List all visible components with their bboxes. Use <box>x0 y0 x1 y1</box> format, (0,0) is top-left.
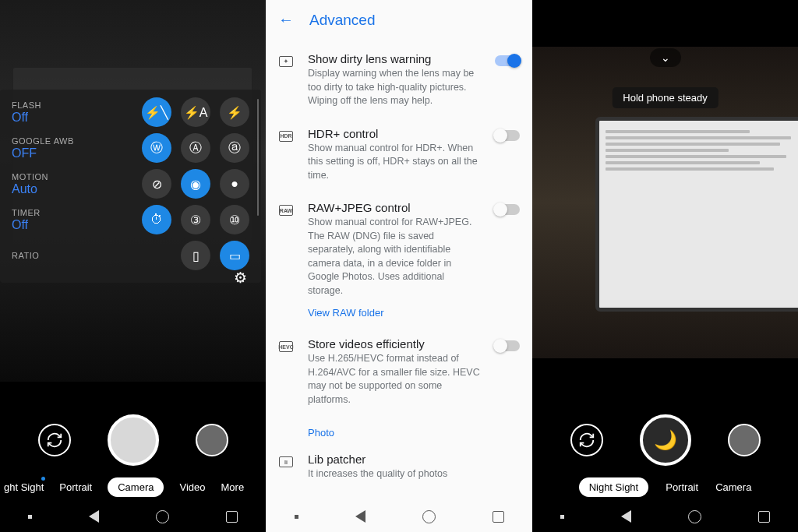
nav-home-icon[interactable] <box>688 510 701 523</box>
steady-hint: Hold phone steady <box>612 87 718 108</box>
nav-indicator <box>295 515 298 519</box>
setting-title: RAW+JPEG control <box>308 201 481 214</box>
mode-indicator-dot <box>41 477 45 481</box>
setting-icon: li <box>278 454 294 470</box>
navigation-bar <box>0 501 266 532</box>
setting-value: Auto <box>12 182 86 196</box>
nav-recents-icon[interactable] <box>226 511 238 523</box>
motion-on-button[interactable]: ● <box>220 169 249 199</box>
mode-selector[interactable]: ght SightPortraitCameraVideoMore <box>0 477 266 497</box>
setting-row-timer: TIMEROff⏱③⑩ <box>12 205 249 234</box>
setting-description: Use H.265/HEVC format instead of H.264/A… <box>308 352 481 407</box>
setting-description: It increases the quality of photos <box>308 467 520 481</box>
mode-selector[interactable]: Night SightPortraitCamera <box>532 477 798 497</box>
nav-recents-icon[interactable] <box>493 511 504 523</box>
expand-chevron-icon[interactable]: ⌄ <box>650 48 681 67</box>
setting-icon: ✦ <box>278 54 294 69</box>
nav-back-icon[interactable] <box>355 510 365 523</box>
flash-on-button[interactable]: ⚡ <box>220 97 249 127</box>
setting-description: Display warning when the lens may be too… <box>308 67 481 108</box>
viewfinder-laptop <box>595 117 798 312</box>
nav-indicator <box>28 515 32 519</box>
shutter-button[interactable] <box>108 414 159 466</box>
setting-label: FLASH <box>12 100 86 110</box>
setting-icon: HEVC <box>278 339 294 354</box>
setting-label: RATIO <box>12 251 86 260</box>
back-arrow-icon[interactable]: ← <box>278 11 294 29</box>
setting-value: Off <box>12 218 86 232</box>
toggle-switch[interactable] <box>495 55 520 66</box>
setting-item[interactable]: ✦ Show dirty lens warning Display warnin… <box>266 43 532 118</box>
setting-row-motion: MOTIONAuto⊘◉● <box>12 169 249 199</box>
timer-10-button[interactable]: ⑩ <box>220 205 249 234</box>
mode-camera[interactable]: Camera <box>108 477 164 497</box>
setting-item[interactable]: HDR HDR+ control Show manual control for… <box>266 118 532 192</box>
ratio-1-button[interactable]: ▯ <box>181 241 210 270</box>
setting-row-ratio: RATIO▯▭ <box>12 241 249 270</box>
setting-value: OFF <box>12 146 86 160</box>
mode-camera[interactable]: Camera <box>715 481 751 493</box>
setting-value: Off <box>12 111 86 125</box>
mode-video[interactable]: Video <box>179 481 205 493</box>
setting-item[interactable]: AW Pixel AWB in HDR+ Enhanced Pixel 3 <box>266 491 532 502</box>
toggle-switch[interactable] <box>495 130 520 141</box>
night-shutter-button[interactable]: 🌙 <box>640 414 691 466</box>
awb-auto-button[interactable]: Ⓐ <box>181 133 210 163</box>
setting-link[interactable]: View RAW folder <box>308 307 481 319</box>
setting-label: MOTION <box>12 172 86 181</box>
setting-title: Store videos efficiently <box>308 337 481 351</box>
setting-icon: HDR <box>278 129 294 144</box>
setting-item[interactable]: HEVC Store videos efficiently Use H.265/… <box>266 328 532 416</box>
scroll-indicator <box>257 99 259 216</box>
gallery-preview-button[interactable] <box>196 424 228 456</box>
navigation-bar <box>532 501 798 532</box>
settings-list[interactable]: ✦ Show dirty lens warning Display warnin… <box>266 40 532 501</box>
timer-3-button[interactable]: ③ <box>181 205 210 234</box>
flash-off-button[interactable]: ⚡╲ <box>142 97 171 127</box>
page-title: Advanced <box>309 12 376 29</box>
setting-title: Lib patcher <box>308 453 520 466</box>
setting-icon: RAW <box>278 203 294 218</box>
setting-title: Show dirty lens warning <box>308 52 481 65</box>
quick-settings-panel: FLASHOff⚡╲⚡A⚡GOOGLE AWBOFFⓦⒶⓐMOTIONAuto⊘… <box>0 90 261 283</box>
mode-portrait[interactable]: Portrait <box>59 481 92 493</box>
motion-off-button[interactable]: ⊘ <box>142 169 171 199</box>
setting-description: Show manual control for HDR+. When this … <box>308 142 481 183</box>
switch-camera-button[interactable] <box>570 424 603 456</box>
nav-back-icon[interactable] <box>621 510 631 523</box>
setting-row-google-awb: GOOGLE AWBOFFⓦⒶⓐ <box>12 133 249 163</box>
setting-label: GOOGLE AWB <box>12 136 86 146</box>
mode-more[interactable]: More <box>221 481 245 493</box>
settings-gear-icon[interactable]: ⚙ <box>234 269 247 287</box>
gallery-preview-button[interactable] <box>728 424 761 456</box>
nav-home-icon[interactable] <box>422 510 436 523</box>
section-header: Photo <box>266 416 532 443</box>
awb-on-button[interactable]: ⓐ <box>220 133 249 163</box>
setting-title: HDR+ control <box>308 127 481 140</box>
setting-item[interactable]: RAW RAW+JPEG control Show manual control… <box>266 192 532 328</box>
nav-indicator <box>560 515 564 519</box>
camera-controls <box>0 414 266 466</box>
flash-auto-button[interactable]: ⚡A <box>181 97 210 127</box>
mode-portrait[interactable]: Portrait <box>666 481 698 493</box>
setting-row-flash: FLASHOff⚡╲⚡A⚡ <box>12 97 249 127</box>
toggle-switch[interactable] <box>495 204 520 215</box>
setting-label: TIMER <box>12 208 86 217</box>
switch-camera-button[interactable] <box>38 424 71 456</box>
mode-night-sight[interactable]: Night Sight <box>579 477 649 497</box>
settings-header: ← Advanced <box>266 0 532 40</box>
toggle-switch[interactable] <box>495 340 520 351</box>
nav-back-icon[interactable] <box>89 510 99 523</box>
camera-controls: 🌙 <box>532 414 798 466</box>
nav-recents-icon[interactable] <box>758 511 770 523</box>
mode-ght-sight[interactable]: ght Sight <box>4 481 44 493</box>
motion-auto-button[interactable]: ◉ <box>181 169 210 199</box>
nav-home-icon[interactable] <box>156 510 169 523</box>
awb-off-button[interactable]: ⓦ <box>142 133 171 163</box>
setting-description: Show manual control for RAW+JPEG. The RA… <box>308 216 481 298</box>
setting-item[interactable]: li Lib patcher It increases the quality … <box>266 443 532 491</box>
timer-off-button[interactable]: ⏱ <box>142 205 171 234</box>
navigation-bar <box>266 501 532 532</box>
ratio-2-button[interactable]: ▭ <box>220 241 249 270</box>
